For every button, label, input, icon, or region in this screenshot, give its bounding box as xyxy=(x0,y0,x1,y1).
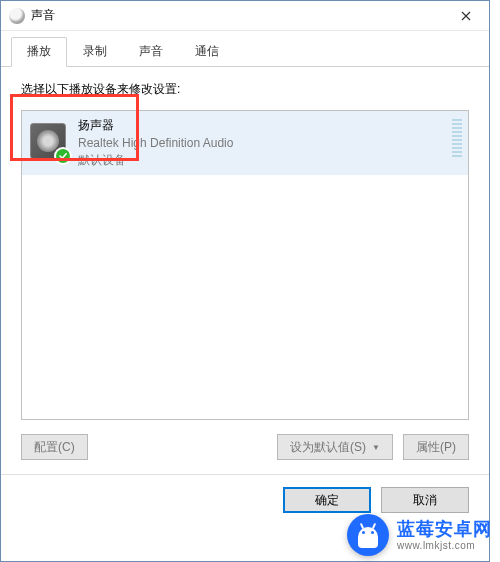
device-button-row: 配置(C) 设为默认值(S) ▼ 属性(P) xyxy=(21,434,469,460)
device-name: 扬声器 xyxy=(78,117,233,134)
close-button[interactable] xyxy=(443,1,489,31)
set-default-button[interactable]: 设为默认值(S) ▼ xyxy=(277,434,393,460)
device-item-speakers[interactable]: 扬声器 Realtek High Definition Audio 默认设备 xyxy=(22,111,468,175)
instruction-text: 选择以下播放设备来修改设置: xyxy=(21,81,469,98)
device-text: 扬声器 Realtek High Definition Audio 默认设备 xyxy=(78,117,233,169)
set-default-label: 设为默认值(S) xyxy=(290,439,366,456)
dialog-button-row: 确定 取消 xyxy=(21,475,489,513)
tab-content: 选择以下播放设备来修改设置: 扬声器 Realtek High Definiti… xyxy=(1,67,489,523)
sound-icon xyxy=(9,8,25,24)
window-title: 声音 xyxy=(31,7,443,24)
configure-button[interactable]: 配置(C) xyxy=(21,434,88,460)
device-status: 默认设备 xyxy=(78,152,233,169)
watermark-url: www.lmkjst.com xyxy=(397,540,492,552)
device-driver: Realtek High Definition Audio xyxy=(78,136,233,150)
titlebar: 声音 xyxy=(1,1,489,31)
playback-device-list[interactable]: 扬声器 Realtek High Definition Audio 默认设备 xyxy=(21,110,469,420)
watermark: 蓝莓安卓网 www.lmkjst.com xyxy=(347,514,492,556)
default-check-icon xyxy=(54,147,72,165)
watermark-logo-icon xyxy=(347,514,389,556)
level-meter-icon xyxy=(452,119,462,157)
chevron-down-icon: ▼ xyxy=(372,443,380,452)
properties-button[interactable]: 属性(P) xyxy=(403,434,469,460)
tab-playback[interactable]: 播放 xyxy=(11,37,67,67)
speaker-icon xyxy=(30,123,70,163)
watermark-brand: 蓝莓安卓网 xyxy=(397,519,492,540)
tab-communications[interactable]: 通信 xyxy=(179,37,235,66)
cancel-button[interactable]: 取消 xyxy=(381,487,469,513)
ok-button[interactable]: 确定 xyxy=(283,487,371,513)
tab-recording[interactable]: 录制 xyxy=(67,37,123,66)
tab-sounds[interactable]: 声音 xyxy=(123,37,179,66)
tab-strip: 播放 录制 声音 通信 xyxy=(1,31,489,67)
sound-dialog: 声音 播放 录制 声音 通信 选择以下播放设备来修改设置: 扬声器 Realte… xyxy=(0,0,490,562)
